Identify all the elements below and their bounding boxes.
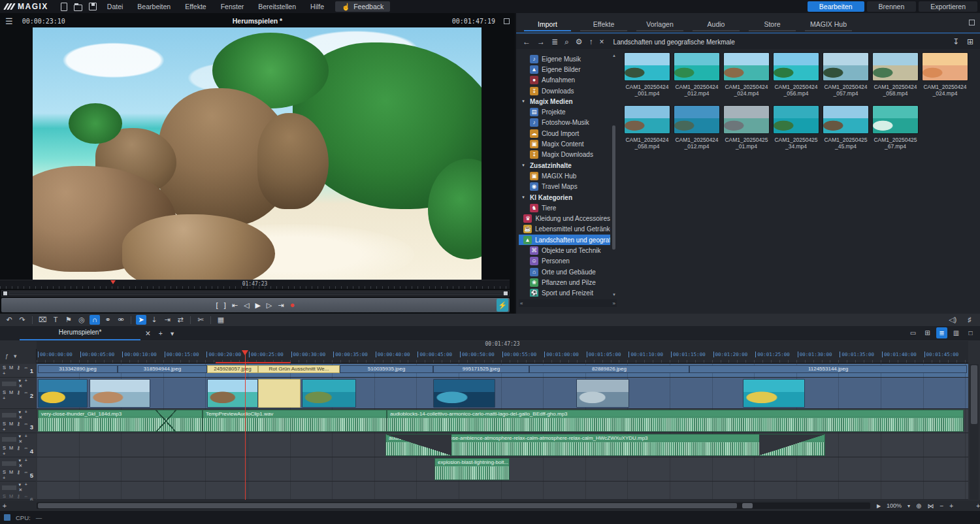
tracks-scrollbar-thumb[interactable] [971,365,977,424]
video-thumb-clip[interactable] [302,379,356,408]
razor-button[interactable]: ✄ [195,315,206,325]
video-thumb-clip[interactable] [433,379,495,408]
audio-clip[interactable]: audioblocks-forest-birds-close-ambience-… [385,434,825,456]
media-thumbnail[interactable] [674,105,720,134]
new-project-button[interactable]: + [159,329,163,337]
menu-item[interactable]: Hilfe [303,0,331,13]
CAM1_20250424_012.mp4[interactable]: CAM1_20250424_012.mp4 [673,105,721,156]
tree-view-icon[interactable]: ≣ [551,37,558,46]
tree-horizontal-scrollbar[interactable]: « » [519,299,617,307]
group-button[interactable]: ⚭ [103,315,113,325]
track-header-buttons[interactable]: ▾ + ✕ [18,458,34,468]
audio-clip[interactable]: very-close-thunder_GkI_184d.mp3 [38,410,203,432]
ungroup-button[interactable]: ⚮ [116,315,126,325]
CAM1_20250425_01.mp4[interactable]: CAM1_20250425_01.mp4 [723,105,770,156]
tracks-vertical-scrollbar[interactable] [970,364,979,500]
corner-caret-icon[interactable]: ▾ [14,353,17,359]
video-thumb-clip[interactable] [207,379,258,408]
media-tree-item[interactable]: ▾ Zusatzinhalte [519,160,610,171]
menu-item[interactable]: Bereitstellen [251,0,303,13]
audio-clip[interactable]: TempPreviewAudioClip1.wav [203,410,387,432]
video-thumb-clip[interactable] [90,379,150,408]
record-button[interactable]: ● [290,298,295,312]
zoom-in-button[interactable]: + [949,502,953,510]
import-icon[interactable]: ↧ [953,37,959,46]
track-header-buttons[interactable]: ▾ + ✕ [18,410,34,420]
folder-up-icon[interactable]: ↑ [589,37,593,46]
CAM1_20250424_001.mp4[interactable]: CAM1_20250424_001.mp4 [623,52,671,103]
scroll-up-icon[interactable]: ▲ [612,54,617,57]
track-4-lane[interactable]: audioblocks-forest-birds-close-ambience-… [37,433,968,457]
CAM1_20250424_058.mp4[interactable]: CAM1_20250424_058.mp4 [623,105,671,156]
save-project-icon[interactable] [89,3,97,10]
media-tree-item[interactable]: ♛ Kleidung und Accessoires [519,213,610,223]
ruler-range-marker[interactable] [216,362,291,363]
object-overview-button[interactable]: ▦ [216,315,226,325]
media-thumbnail[interactable] [624,52,670,81]
track-controls[interactable]: S M ⚷ ⇔ + [3,445,30,457]
tree-scrollbar[interactable]: ▲ ▼ [612,54,617,297]
media-tree-item[interactable]: ◉ Travel Maps [519,182,610,192]
fullscreen-icon[interactable] [504,18,510,24]
zoom-out-button[interactable]: − [939,502,943,510]
image-clip[interactable]: 82889826.jpeg [529,365,689,373]
project-list-button[interactable]: ▾ [171,329,174,337]
image-clip[interactable]: 313342890.jpeg [38,365,118,373]
CAM1_20250424_012.mp4[interactable]: CAM1_20250424_012.mp4 [673,52,721,103]
track-6-lane[interactable] [37,482,968,500]
toolbar-icon[interactable] [32,316,33,324]
next-frame-button[interactable]: ▷ [267,298,272,312]
video-thumb-clip[interactable] [743,379,805,408]
crossfade-marker[interactable] [155,410,176,433]
track-name-field[interactable] [2,485,16,490]
media-tree-item[interactable]: ▣ MAGIX Hub [519,171,610,181]
audio-level-button[interactable]: ⚡ [497,299,508,312]
track-2-lane[interactable] [37,378,968,409]
audio-monitor-button[interactable]: ◁) [947,315,958,325]
marker-button[interactable]: ⚑ [63,315,74,325]
tree-expander-icon[interactable]: ▾ [520,195,527,200]
video-thumb-clip[interactable] [258,379,301,408]
image-clip[interactable]: 245928057.jpeg [207,365,258,373]
timeline-horizontal-scrollbar[interactable] [37,502,870,509]
track-name-field[interactable] [2,437,16,442]
scroll-right-arrow-icon[interactable]: ▶ [877,503,881,509]
menu-item[interactable]: Bearbeiten [130,0,178,13]
clear-path-icon[interactable]: × [600,37,604,46]
menu-item[interactable]: Datei [100,0,131,13]
CAM1_20250424_056.mp4[interactable]: CAM1_20250424_056.mp4 [772,52,820,103]
media-tree-item[interactable]: ⚽ Sport und Freizeit [519,288,610,297]
track-header[interactable]: ▾ + ✕S M ⚷ ⇔ +4 [0,433,36,457]
track-controls[interactable]: S M ⚷ ⇔ + [3,421,30,433]
search-icon[interactable]: ⌕ [564,37,569,46]
media-thumbnail[interactable] [773,105,819,134]
media-tree-item[interactable]: ☺ Personen [519,256,610,267]
image-clip[interactable]: 1124553144.jpeg [689,365,967,373]
fade-in-handle[interactable] [386,434,451,455]
timeline-ruler[interactable]: 00:00:00:0000:00:05:0000:00:10:0000:00:1… [0,349,968,363]
video-thumb-clip[interactable] [38,379,88,408]
track-header[interactable]: ▾ + ✕S M ⚷ ⇔ +6 [0,482,36,500]
image-clip[interactable]: 995171525.jpeg [433,365,529,373]
media-pool-tab[interactable]: Import [524,18,571,31]
track-header-buttons[interactable]: ▾ + ✕ [18,378,34,389]
preview-scroll-handle-right[interactable] [504,291,508,295]
audio-clip[interactable]: audioblocks-14-collettivo-armonico-carlo… [387,410,964,432]
toolbar-icon[interactable] [190,316,191,324]
video-preview[interactable] [33,27,482,280]
preview-button[interactable]: ◎ [76,315,87,325]
mouse-mode-button[interactable]: ➤ [136,315,146,325]
track-name-field[interactable] [2,461,16,466]
menu-item[interactable]: Effekte [178,0,214,13]
mode-button[interactable]: Exportieren [919,1,977,12]
track-controls[interactable]: S M ⚷ ⇔ + [3,389,30,401]
media-pool-tab[interactable]: Audio [693,18,740,31]
project-tab[interactable]: Herumspielen* [20,326,140,340]
media-thumbnail[interactable] [922,52,968,81]
close-project-button[interactable]: ✕ [145,329,151,337]
media-thumbnail[interactable] [773,52,819,81]
CAM1_20250424_024.mp4[interactable]: CAM1_20250424_024.mp4 [723,52,770,103]
preview-ruler[interactable]: 01:47:23 [0,280,510,289]
media-pool-tab[interactable]: Store [749,18,796,31]
add-track-button[interactable]: + [0,502,9,510]
